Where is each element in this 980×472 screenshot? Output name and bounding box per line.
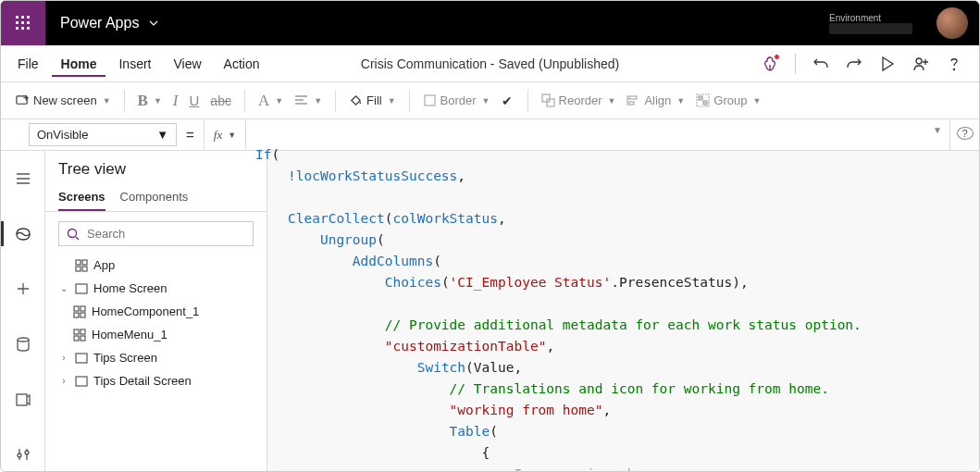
rail-advanced-tools[interactable] [1, 436, 45, 472]
svg-rect-8 [27, 27, 30, 30]
redo-button[interactable] [846, 56, 862, 72]
tree-search-box[interactable] [58, 221, 254, 246]
expand-icon[interactable]: ⌄ [58, 283, 69, 293]
formula-editor[interactable]: If( !locWorkStatusSuccess, ClearCollect(… [246, 119, 911, 472]
svg-rect-45 [74, 306, 79, 311]
rail-hamburger[interactable] [1, 160, 45, 197]
svg-rect-50 [81, 329, 85, 334]
svg-rect-52 [81, 336, 85, 341]
app-checker-icon[interactable] [762, 56, 778, 72]
screen-icon [75, 375, 88, 388]
component-icon [73, 329, 86, 342]
svg-rect-6 [16, 27, 19, 30]
screen-icon [75, 352, 88, 365]
svg-rect-51 [74, 336, 79, 341]
menu-insert[interactable]: Insert [109, 51, 160, 77]
menu-file[interactable]: File [8, 51, 48, 77]
svg-rect-53 [76, 354, 87, 363]
strikethrough-button[interactable]: abc [210, 93, 231, 108]
formula-help-icon[interactable]: ? [957, 127, 974, 140]
fill-label: Fill [366, 93, 382, 107]
svg-rect-1 [21, 16, 24, 19]
svg-rect-2 [27, 16, 30, 19]
text-align-button[interactable]: ▼ [294, 93, 322, 107]
environment-label: Environment [829, 13, 912, 23]
equals-sign: = [177, 119, 204, 150]
svg-rect-27 [699, 96, 702, 100]
property-value: OnVisible [37, 128, 88, 142]
rail-media[interactable] [1, 381, 45, 418]
toolbar-overflow-button[interactable]: ✔ [502, 93, 515, 108]
italic-button[interactable]: I [173, 92, 179, 110]
tree-item-home-component[interactable]: HomeComponent_1 [45, 300, 267, 323]
svg-rect-20 [425, 95, 435, 106]
undo-button[interactable] [813, 56, 829, 72]
svg-rect-43 [82, 267, 87, 271]
fx-button[interactable]: fx▼ [204, 119, 246, 150]
tree-item-home-menu[interactable]: HomeMenu_1 [45, 323, 267, 346]
reorder-button[interactable]: Reorder▼ [541, 93, 616, 107]
svg-rect-4 [21, 21, 24, 24]
menu-home[interactable]: Home [52, 51, 106, 77]
svg-rect-44 [76, 284, 87, 293]
tab-screens[interactable]: Screens [58, 184, 105, 211]
svg-rect-14 [17, 96, 27, 104]
svg-rect-41 [82, 260, 87, 265]
font-color-button[interactable]: A▼ [258, 92, 283, 110]
underline-button[interactable]: U [190, 93, 200, 108]
border-button[interactable]: Border▼ [423, 93, 490, 107]
waffle-menu[interactable] [1, 1, 45, 45]
new-screen-button[interactable]: New screen▼ [16, 93, 111, 107]
play-button[interactable] [879, 56, 896, 72]
share-button[interactable] [912, 56, 929, 72]
menu-action[interactable]: Action [215, 51, 269, 77]
rail-tree-view[interactable] [1, 216, 45, 253]
tree-view-title: Tree view [45, 151, 267, 182]
svg-point-10 [916, 58, 922, 64]
svg-rect-54 [76, 377, 87, 386]
svg-rect-28 [703, 101, 707, 105]
tree-item-home-screen[interactable]: ⌄ Home Screen [45, 277, 267, 300]
svg-point-36 [18, 453, 21, 457]
component-icon [73, 305, 86, 318]
rail-data[interactable] [1, 326, 45, 363]
svg-point-34 [18, 338, 29, 342]
svg-rect-35 [17, 394, 27, 405]
document-title: Crisis Communication - Saved (Unpublishe… [361, 56, 619, 71]
svg-rect-48 [81, 313, 85, 317]
svg-rect-40 [76, 260, 81, 265]
svg-rect-24 [629, 96, 637, 99]
menu-view[interactable]: View [164, 51, 210, 77]
app-name: Power Apps [60, 15, 139, 31]
property-selector[interactable]: OnVisible ▼ [29, 123, 177, 146]
bold-button[interactable]: B▼ [138, 92, 162, 110]
environment-picker[interactable]: Environment [816, 1, 925, 45]
expand-icon[interactable]: › [58, 353, 69, 363]
svg-rect-7 [21, 27, 24, 30]
border-label: Border [440, 93, 477, 107]
expand-icon[interactable]: › [58, 376, 69, 386]
svg-point-13 [953, 68, 954, 69]
fill-button[interactable]: Fill▼ [349, 93, 396, 107]
svg-rect-42 [76, 267, 81, 271]
rail-insert[interactable] [1, 270, 45, 307]
svg-rect-25 [629, 102, 634, 105]
avatar[interactable] [937, 7, 968, 39]
tree-item-tips-screen[interactable]: › Tips Screen [45, 346, 267, 369]
group-button[interactable]: Group▼ [696, 93, 761, 107]
svg-rect-22 [547, 99, 554, 106]
help-button[interactable] [946, 56, 962, 72]
app-name-dropdown[interactable]: Power Apps [45, 15, 174, 31]
tree-item-app[interactable]: ▸ App [45, 254, 267, 277]
screen-icon [75, 282, 88, 295]
tree-item-tips-detail-screen[interactable]: › Tips Detail Screen [45, 369, 267, 392]
align-button[interactable]: Align▼ [626, 93, 685, 107]
search-input[interactable] [85, 226, 245, 242]
svg-rect-49 [74, 329, 79, 334]
formula-expand-chevron[interactable]: ▼ [933, 125, 942, 135]
svg-point-38 [68, 229, 77, 237]
svg-line-39 [76, 237, 79, 240]
svg-rect-46 [81, 306, 85, 311]
tab-components[interactable]: Components [120, 184, 189, 211]
svg-rect-21 [542, 94, 550, 102]
